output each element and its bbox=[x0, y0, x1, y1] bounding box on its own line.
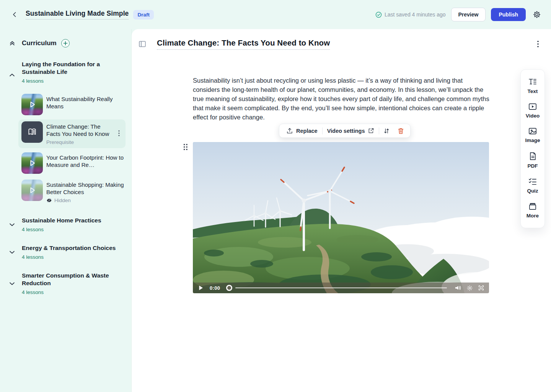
tool-video-button[interactable]: Video bbox=[526, 103, 540, 119]
video-control-bar: 0:00 bbox=[193, 283, 489, 293]
play-icon bbox=[28, 159, 36, 167]
tool-quiz-button[interactable]: Quiz bbox=[527, 178, 538, 194]
last-saved-status: Last saved 4 minutes ago bbox=[375, 11, 446, 18]
lesson-item[interactable]: Your Carbon Footprint: How to Measure an… bbox=[18, 151, 126, 175]
section-title: Sustainable Home Practices bbox=[22, 217, 101, 224]
section-lesson-count: 4 lessons bbox=[22, 227, 101, 232]
section-lesson-count: 4 lessons bbox=[22, 289, 117, 295]
back-button[interactable] bbox=[9, 9, 20, 20]
lesson-item[interactable]: What Sustainability Really Means bbox=[18, 92, 126, 117]
tool-label: PDF bbox=[528, 163, 538, 169]
eye-off-icon bbox=[46, 198, 52, 203]
curriculum-section: Energy & Transportation Choices 4 lesson… bbox=[0, 244, 131, 260]
curriculum-title: Curriculum bbox=[22, 39, 57, 47]
lesson-editor-panel: Climate Change: The Facts You Need to Kn… bbox=[132, 29, 551, 392]
lesson-menu-kebab-icon[interactable] bbox=[116, 130, 122, 136]
curriculum-sidebar: Curriculum Laying the Foundation for a S… bbox=[0, 29, 132, 392]
lesson-reading-tile bbox=[21, 121, 43, 143]
lesson-video-thumbnail bbox=[21, 180, 43, 201]
replace-label: Replace bbox=[296, 128, 318, 134]
text-tool-icon bbox=[528, 78, 537, 86]
video-block-toolbar: Replace Video settings bbox=[279, 124, 411, 138]
book-open-icon bbox=[27, 127, 37, 137]
lesson-title: Climate Change: The Facts You Need to Kn… bbox=[46, 123, 116, 137]
video-block[interactable]: 0:00 bbox=[193, 142, 489, 293]
lesson-title: Your Carbon Footprint: How to Measure an… bbox=[46, 154, 124, 168]
publish-button[interactable]: Publish bbox=[491, 8, 526, 21]
section-header[interactable]: Laying the Foundation for a Sustainable … bbox=[9, 60, 122, 84]
player-settings-icon[interactable] bbox=[465, 285, 474, 291]
play-button[interactable] bbox=[197, 285, 205, 291]
trash-icon bbox=[398, 127, 404, 134]
video-still[interactable]: 0:00 bbox=[193, 142, 489, 293]
last-saved-text: Last saved 4 minutes ago bbox=[385, 11, 446, 18]
lesson-title: What Sustainability Really Means bbox=[46, 95, 124, 110]
curriculum-section: Laying the Foundation for a Sustainable … bbox=[0, 60, 131, 205]
lesson-hidden-label: Hidden bbox=[54, 198, 71, 203]
tool-more-button[interactable]: More bbox=[527, 203, 539, 219]
collapse-all-icon[interactable] bbox=[9, 40, 15, 46]
chevron-down-icon bbox=[9, 282, 15, 286]
tool-text-button[interactable]: Text bbox=[528, 78, 538, 94]
tool-label: Image bbox=[525, 137, 540, 143]
section-lesson-count: 4 lessons bbox=[22, 78, 117, 84]
drag-handle-icon[interactable] bbox=[183, 144, 188, 150]
reorder-block-button[interactable] bbox=[379, 124, 394, 137]
lesson-title: Sustainable Shopping: Making Better Choi… bbox=[46, 181, 124, 196]
settings-gear-icon[interactable] bbox=[531, 9, 543, 20]
more-tool-icon bbox=[528, 203, 537, 210]
tool-image-button[interactable]: Image bbox=[525, 127, 540, 143]
play-icon bbox=[28, 186, 36, 194]
add-section-button[interactable] bbox=[61, 39, 70, 47]
sort-arrows-icon bbox=[383, 127, 390, 134]
curriculum-header: Curriculum bbox=[9, 39, 122, 47]
section-title: Smarter Consumption & Waste Reduction bbox=[22, 272, 117, 287]
lesson-page-title[interactable]: Climate Change: The Facts You Need to Kn… bbox=[157, 38, 330, 50]
lesson-item-selected[interactable]: Climate Change: The Facts You Need to Kn… bbox=[18, 119, 126, 148]
chevron-down-icon bbox=[9, 250, 15, 254]
preview-button[interactable]: Preview bbox=[451, 8, 486, 21]
tool-label: Video bbox=[526, 113, 540, 119]
section-header[interactable]: Smarter Consumption & Waste Reduction 4 … bbox=[9, 272, 122, 295]
tool-label: Text bbox=[528, 88, 538, 94]
video-settings-label: Video settings bbox=[327, 128, 365, 134]
delete-block-button[interactable] bbox=[394, 124, 408, 137]
lesson-intro-paragraph[interactable]: Sustainability isn’t just about recyclin… bbox=[193, 76, 490, 122]
top-header: Sustainable Living Made Simple Draft Las… bbox=[0, 0, 551, 29]
lesson-video-thumbnail bbox=[21, 94, 43, 115]
lesson-prerequisite-label: Prerequisite bbox=[46, 139, 116, 145]
chevron-up-icon bbox=[9, 73, 15, 77]
play-icon bbox=[28, 100, 36, 109]
curriculum-section: Sustainable Home Practices 4 lessons bbox=[0, 217, 131, 232]
quiz-tool-icon bbox=[528, 178, 537, 185]
replace-button[interactable]: Replace bbox=[282, 124, 322, 137]
upload-icon bbox=[286, 127, 293, 134]
section-lesson-count: 4 lessons bbox=[22, 254, 116, 260]
course-title[interactable]: Sustainable Living Made Simple bbox=[26, 10, 129, 20]
progress-bar[interactable] bbox=[235, 287, 447, 289]
section-title: Energy & Transportation Choices bbox=[22, 244, 116, 252]
status-badge: Draft bbox=[133, 10, 154, 20]
fullscreen-icon[interactable] bbox=[477, 285, 485, 291]
curriculum-section: Smarter Consumption & Waste Reduction 4 … bbox=[0, 272, 131, 295]
video-settings-button[interactable]: Video settings bbox=[323, 124, 379, 137]
sidebar-toggle-icon[interactable] bbox=[139, 40, 146, 48]
section-title: Laying the Foundation for a Sustainable … bbox=[22, 60, 117, 76]
scrubber-knob[interactable] bbox=[226, 285, 232, 291]
check-circle-icon bbox=[375, 11, 382, 18]
section-header[interactable]: Energy & Transportation Choices 4 lesson… bbox=[9, 244, 122, 260]
video-time: 0:00 bbox=[210, 285, 220, 291]
lesson-item-hidden[interactable]: Sustainable Shopping: Making Better Choi… bbox=[18, 178, 126, 205]
tool-label: More bbox=[527, 213, 539, 219]
content-tools-panel: Text Video Image bbox=[520, 69, 545, 228]
lesson-video-thumbnail bbox=[21, 152, 43, 174]
chevron-down-icon bbox=[9, 223, 15, 227]
tool-pdf-button[interactable]: PDF bbox=[528, 152, 538, 169]
pdf-tool-icon bbox=[529, 152, 536, 160]
volume-icon[interactable] bbox=[454, 285, 462, 291]
lesson-options-kebab-icon[interactable] bbox=[533, 39, 543, 49]
section-header[interactable]: Sustainable Home Practices 4 lessons bbox=[9, 217, 122, 232]
tool-label: Quiz bbox=[527, 188, 538, 194]
external-link-icon bbox=[368, 127, 374, 134]
video-tool-icon bbox=[528, 103, 537, 110]
